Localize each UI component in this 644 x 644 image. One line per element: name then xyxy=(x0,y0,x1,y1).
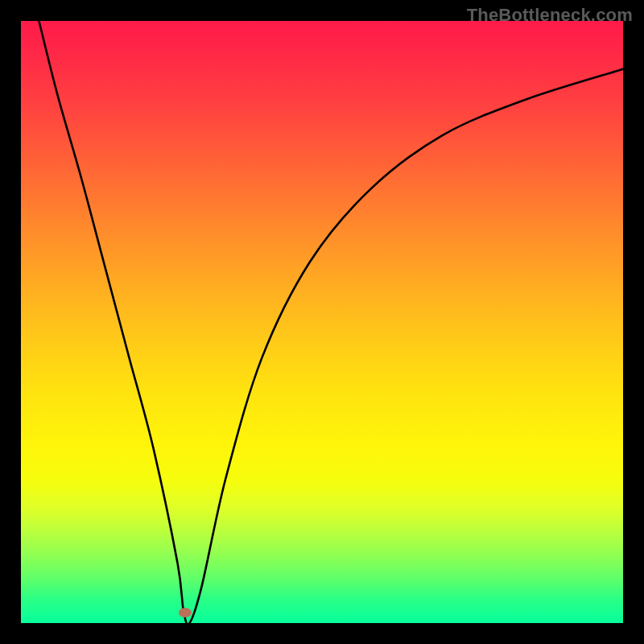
watermark-text: TheBottleneck.com xyxy=(467,5,633,26)
bottleneck-curve xyxy=(21,21,623,623)
optimum-marker xyxy=(179,608,192,617)
curve-path xyxy=(39,21,623,625)
chart-frame: TheBottleneck.com xyxy=(0,0,644,644)
